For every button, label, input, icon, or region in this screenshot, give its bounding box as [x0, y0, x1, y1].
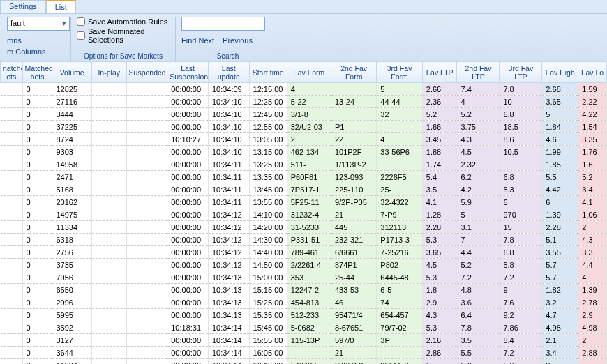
- table-row[interactable]: 01497500:00:0010:34:1214:10:0031232-4217…: [1, 208, 607, 221]
- table-row[interactable]: 0872410:10:2710:34:1013:05:0022243.454.3…: [1, 133, 607, 146]
- cell-st: 15:45:00: [249, 321, 287, 334]
- col-m2[interactable]: Matchedbets: [22, 62, 52, 83]
- table-row[interactable]: 03722500:00:0010:34:1012:55:0032/U2-03P1…: [1, 121, 607, 133]
- cell-ff: 5-0682: [287, 321, 331, 334]
- table-row[interactable]: 0275600:00:0010:34:1214:40:00789-4616/66…: [1, 246, 607, 259]
- cell-f3: 654-457: [377, 309, 422, 321]
- col-vol[interactable]: Volume: [52, 62, 91, 83]
- col-susp[interactable]: Suspended: [126, 62, 167, 83]
- col-ip[interactable]: In-play: [91, 62, 126, 83]
- tab-list[interactable]: List: [46, 0, 76, 13]
- cell-m1: [1, 221, 23, 234]
- cell-l3: 9.2: [500, 309, 542, 321]
- cell-l3: [500, 158, 542, 171]
- col-ff[interactable]: Fav Form: [287, 62, 331, 83]
- col-l3[interactable]: 3rd Fav LTP: [500, 62, 542, 83]
- col-lsusp[interactable]: LastSuspension: [167, 62, 209, 83]
- cell-st: 12:55:00: [249, 121, 287, 133]
- cell-fh: 4.7: [542, 309, 578, 321]
- chk-save-automation[interactable]: Save Automation Rules: [77, 17, 170, 26]
- cell-m1: [1, 259, 23, 271]
- columns-link-1[interactable]: mns: [7, 35, 65, 46]
- col-st[interactable]: Start time: [249, 62, 287, 83]
- col-fl[interactable]: Fav Lo: [578, 62, 607, 83]
- columns-link-2[interactable]: m Columns: [7, 46, 65, 57]
- table-row[interactable]: 0516800:00:0010:34:1113:45:007P517-1225-…: [1, 183, 607, 196]
- cell-l3: 6: [500, 196, 542, 208]
- cell-f3: 7-25216: [377, 246, 422, 259]
- previous-link[interactable]: Previous: [223, 35, 253, 46]
- table-row[interactable]: 0373500:00:0010:34:1214:50:002/2261-4874…: [1, 259, 607, 271]
- table-row[interactable]: 0247100:00:0010:34:1113:35:00P60F81123-0…: [1, 171, 607, 183]
- cell-l2: 7.2: [457, 271, 500, 284]
- col-f3[interactable]: 3rd Fav Form: [377, 62, 422, 83]
- table-row[interactable]: 0930300:00:0010:34:1013:15:00462-134101P…: [1, 146, 607, 158]
- cell-fh: 2.28: [542, 221, 578, 234]
- table-row[interactable]: 02016200:00:0010:34:1113:55:005F25-119/2…: [1, 196, 607, 208]
- chk-save-nominated-box[interactable]: [77, 31, 85, 40]
- table-row[interactable]: 0344400:00:0010:34:1012:45:003/1-8325.25…: [1, 108, 607, 121]
- cell-l1: 5: [422, 359, 457, 365]
- cell-lupd: 10:34:10: [208, 121, 249, 133]
- table-row[interactable]: 0359210:18:3110:34:1415:45:005-06828-676…: [1, 321, 607, 334]
- table-row[interactable]: 0364400:00:0010:34:1416:05:00212.865.57.…: [1, 347, 607, 359]
- cell-m2: 0: [22, 196, 52, 208]
- table-row[interactable]: 02711600:00:0010:34:1012:25:005-2213-244…: [1, 96, 607, 108]
- col-fh[interactable]: Fav High: [542, 62, 578, 83]
- cell-st: 12:25:00: [249, 96, 287, 108]
- chk-save-automation-box[interactable]: [77, 17, 85, 26]
- table-row[interactable]: 01198400:00:0010:34:1416:10:00643433-332…: [1, 359, 607, 365]
- cell-lupd: 10:34:12: [208, 259, 249, 271]
- cell-l2: 4.4: [457, 246, 500, 259]
- cell-l1: 1.8: [422, 284, 457, 296]
- table-row[interactable]: 0599500:00:0010:34:1315:35:00512-2339547…: [1, 309, 607, 321]
- col-l2[interactable]: 2nd Fav LTP: [457, 62, 500, 83]
- cell-l2: 3.5: [457, 334, 500, 347]
- cell-st: 14:10:00: [249, 208, 287, 221]
- cell-fh: 3.65: [542, 96, 578, 108]
- table-row[interactable]: 0631800:00:0010:34:1214:30:00P331-51232-…: [1, 234, 607, 246]
- data-grid[interactable]: natchedetsMatchedbetsVolumeIn-playSuspen…: [0, 61, 607, 364]
- cell-l1: 4.3: [422, 309, 457, 321]
- cell-ff: 115-13P: [287, 334, 331, 347]
- table-row[interactable]: 0655000:00:0010:34:1315:15:0012247-2433-…: [1, 284, 607, 296]
- profile-combo[interactable]: fault: [7, 17, 70, 31]
- table-row[interactable]: 0795600:00:0010:34:1315:00:0035325-44644…: [1, 271, 607, 284]
- cell-fh: 2.1: [542, 334, 578, 347]
- cell-l2: 5.9: [457, 196, 500, 208]
- cell-lupd: 10:34:10: [208, 96, 249, 108]
- cell-vol: 3444: [52, 108, 91, 121]
- cell-susp: [126, 208, 167, 221]
- col-l1[interactable]: Fav LTP: [422, 62, 457, 83]
- cell-l1: 1.66: [422, 121, 457, 133]
- cell-vol: 14975: [52, 208, 91, 221]
- cell-ff: P60F81: [287, 171, 331, 183]
- cell-l3: 6.8: [500, 108, 542, 121]
- cell-vol: 11334: [52, 221, 91, 234]
- table-row[interactable]: 01282500:00:0010:34:0912:15:00452.667.47…: [1, 83, 607, 96]
- table-row[interactable]: 01133400:00:0010:34:1214:20:0031-5233445…: [1, 221, 607, 234]
- cell-susp: [126, 121, 167, 133]
- search-input[interactable]: [181, 17, 265, 31]
- cell-m1: [1, 96, 23, 108]
- col-f2[interactable]: 2nd Fav Form: [331, 62, 376, 83]
- find-next-link[interactable]: Find Next: [181, 35, 214, 46]
- cell-l1: 5.3: [422, 321, 457, 334]
- cell-fh: 4.6: [542, 133, 578, 146]
- tab-settings[interactable]: Settings: [0, 0, 46, 13]
- table-row[interactable]: 0312700:00:0010:34:1415:55:00115-13P597/…: [1, 334, 607, 347]
- col-m1[interactable]: natchedets: [1, 62, 23, 83]
- cell-st: 15:00:00: [249, 271, 287, 284]
- chk-save-nominated[interactable]: Save Nominated Selections: [77, 26, 170, 45]
- table-row[interactable]: 0299600:00:0010:34:1315:25:00454-8134674…: [1, 296, 607, 309]
- col-lupd[interactable]: Last update: [208, 62, 249, 83]
- cell-l3: 9: [500, 284, 542, 296]
- cell-susp: [126, 171, 167, 183]
- cell-lsusp: 00:00:00: [167, 284, 209, 296]
- cell-f2: [331, 83, 376, 96]
- table-row[interactable]: 01495800:00:0010:34:1113:25:00511-1/113P…: [1, 158, 607, 171]
- cell-fl: 1.6: [578, 158, 607, 171]
- cell-f3: P802: [377, 259, 422, 271]
- cell-lsusp: 00:00:00: [167, 246, 209, 259]
- cell-st: 13:15:00: [249, 146, 287, 158]
